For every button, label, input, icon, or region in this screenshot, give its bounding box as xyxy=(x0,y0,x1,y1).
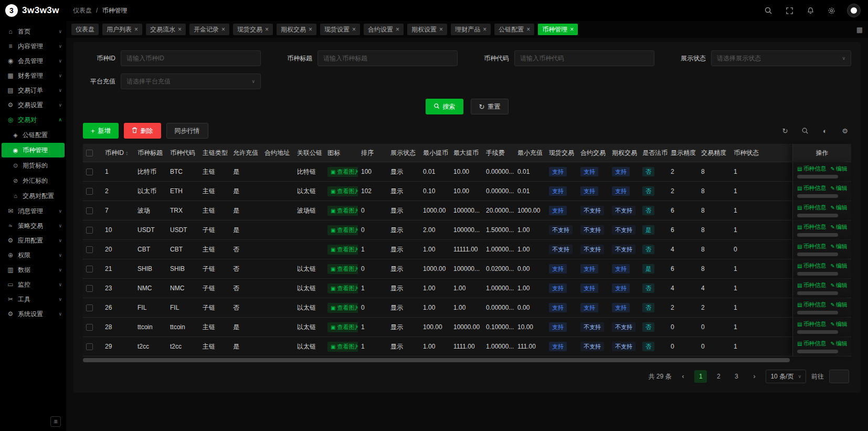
view-image-button[interactable]: ▣查看图片 xyxy=(327,283,358,293)
coin-info-button[interactable]: ▤币种信息 xyxy=(797,320,826,328)
sidebar-item[interactable]: ◎交易对∧ xyxy=(0,112,66,127)
sort-icon[interactable]: ↕ xyxy=(125,150,129,156)
sync-market-button[interactable]: 同步行情 xyxy=(166,123,208,139)
row-checkbox[interactable] xyxy=(86,304,93,311)
delete-button[interactable]: 删除 xyxy=(124,123,161,139)
edit-button[interactable]: ✎编辑 xyxy=(830,320,847,328)
select-all-checkbox[interactable] xyxy=(86,150,93,156)
sidebar-item[interactable]: ⚙系统设置∨ xyxy=(0,307,66,321)
horizontal-scrollbar[interactable] xyxy=(83,358,851,362)
tab-close-icon[interactable]: × xyxy=(309,26,312,33)
coin-info-button[interactable]: ▤币种信息 xyxy=(797,340,826,348)
sidebar-item[interactable]: ⌂首页∨ xyxy=(0,24,66,39)
reset-button[interactable]: ↻ 重置 xyxy=(471,99,509,114)
view-image-button[interactable]: ▣查看图片 xyxy=(327,264,358,274)
page-size-select[interactable]: 10 条/页∨ xyxy=(766,370,806,383)
tab-close-icon[interactable]: × xyxy=(178,26,182,33)
row-drag-bar[interactable] xyxy=(797,311,838,314)
row-drag-bar[interactable] xyxy=(797,233,838,237)
coin-info-button[interactable]: ▤币种信息 xyxy=(797,165,826,173)
view-image-button[interactable]: ▣查看图片 xyxy=(327,342,358,352)
sidebar-subitem[interactable]: ⊘外汇标的 xyxy=(2,173,65,188)
app-logo[interactable]: 3 3w3w3w xyxy=(5,4,59,17)
row-checkbox[interactable] xyxy=(86,266,93,272)
edit-button[interactable]: ✎编辑 xyxy=(830,262,847,270)
row-drag-bar[interactable] xyxy=(797,253,838,256)
row-drag-bar[interactable] xyxy=(797,194,838,198)
coin-code-input[interactable] xyxy=(514,50,654,66)
column-header-id[interactable]: 币种ID↕ xyxy=(102,144,134,162)
coin-info-button[interactable]: ▤币种信息 xyxy=(797,223,826,231)
search-button[interactable]: 搜索 xyxy=(426,99,463,114)
sidebar-collapse-button[interactable]: ≡ xyxy=(50,416,61,427)
sidebar-item[interactable]: ✂工具∨ xyxy=(0,292,66,307)
column-settings-icon[interactable]: ⚙ xyxy=(839,124,851,137)
tab-item[interactable]: 期权交易× xyxy=(277,24,316,35)
edit-button[interactable]: ✎编辑 xyxy=(830,243,847,250)
coin-info-button[interactable]: ▤币种信息 xyxy=(797,281,826,289)
tab-close-icon[interactable]: × xyxy=(439,26,443,33)
platform-deposit-select[interactable]: 请选择平台充值 ∨ xyxy=(121,73,261,89)
view-image-button[interactable]: ▣查看图片 xyxy=(327,245,358,255)
row-drag-bar[interactable] xyxy=(797,330,838,334)
row-drag-bar[interactable] xyxy=(797,214,838,217)
row-checkbox[interactable] xyxy=(86,324,93,331)
view-image-button[interactable]: ▣查看图片 xyxy=(327,303,358,313)
sidebar-item[interactable]: ▭监控∨ xyxy=(0,277,66,292)
view-image-button[interactable]: ▣查看图片 xyxy=(327,225,358,235)
sidebar-item[interactable]: ⚙应用配置∨ xyxy=(0,233,66,248)
edit-button[interactable]: ✎编辑 xyxy=(830,184,847,192)
view-image-button[interactable]: ▣查看图片 xyxy=(327,167,358,177)
tab-item[interactable]: 公链配置× xyxy=(494,24,534,35)
row-checkbox[interactable] xyxy=(86,343,93,350)
sidebar-subitem[interactable]: ⌂交易对配置 xyxy=(2,188,65,203)
tab-item[interactable]: 期权设置× xyxy=(407,24,447,35)
coin-info-button[interactable]: ▤币种信息 xyxy=(797,184,826,192)
tab-close-icon[interactable]: × xyxy=(526,26,530,33)
tab-close-icon[interactable]: × xyxy=(265,26,269,33)
tab-item[interactable]: 合约设置× xyxy=(364,24,404,35)
view-image-button[interactable]: ▣查看图片 xyxy=(327,322,358,332)
avatar[interactable] xyxy=(847,4,861,17)
row-drag-bar[interactable] xyxy=(797,272,838,276)
display-status-select[interactable]: 请选择展示状态 ∨ xyxy=(711,50,851,66)
row-checkbox[interactable] xyxy=(86,285,93,292)
page-button[interactable]: 3 xyxy=(730,370,743,383)
tab-close-icon[interactable]: × xyxy=(483,26,486,33)
tab-item[interactable]: 币种管理× xyxy=(538,24,578,35)
tab-item[interactable]: 用户列表× xyxy=(102,24,142,35)
row-checkbox[interactable] xyxy=(86,246,93,253)
settings-icon[interactable] xyxy=(826,5,837,16)
search-icon[interactable] xyxy=(763,5,774,16)
coin-title-input[interactable] xyxy=(317,50,458,66)
sidebar-item[interactable]: ▦财务管理∨ xyxy=(0,68,66,83)
sidebar-item[interactable]: ⚙交易设置∨ xyxy=(0,98,66,112)
sidebar-item[interactable]: ✉消息管理∨ xyxy=(0,204,66,218)
row-drag-bar[interactable] xyxy=(797,175,838,178)
row-checkbox[interactable] xyxy=(86,188,93,195)
tab-item[interactable]: 开金记录× xyxy=(189,24,229,35)
coin-info-button[interactable]: ▤币种信息 xyxy=(797,243,826,250)
tab-item[interactable]: 仪表盘 xyxy=(71,24,99,35)
row-checkbox[interactable] xyxy=(86,169,93,175)
tab-close-icon[interactable]: × xyxy=(352,26,356,33)
edit-button[interactable]: ✎编辑 xyxy=(830,204,847,212)
fullscreen-icon[interactable] xyxy=(784,5,795,16)
coin-info-button[interactable]: ▤币种信息 xyxy=(797,204,826,212)
tab-item[interactable]: 理财产品× xyxy=(451,24,491,35)
sidebar-item[interactable]: ▤交易订单∨ xyxy=(0,83,66,98)
zoom-icon[interactable] xyxy=(799,124,811,137)
goto-page-input[interactable] xyxy=(829,370,849,383)
sidebar-item[interactable]: ▥数据∨ xyxy=(0,262,66,277)
row-checkbox[interactable] xyxy=(86,207,93,214)
tab-item[interactable]: 交易流水× xyxy=(146,24,186,35)
edit-button[interactable]: ✎编辑 xyxy=(830,301,847,309)
tab-item[interactable]: 现货设置× xyxy=(320,24,360,35)
breadcrumb-item[interactable]: 仪表盘 xyxy=(73,6,92,15)
tab-close-icon[interactable]: × xyxy=(396,26,399,33)
view-image-button[interactable]: ▣查看图片 xyxy=(327,186,358,196)
prev-page-button[interactable]: ‹ xyxy=(676,370,689,383)
refresh-icon[interactable]: ↻ xyxy=(779,124,791,137)
page-button[interactable]: 1 xyxy=(694,370,707,383)
add-button[interactable]: + 新增 xyxy=(83,123,119,139)
